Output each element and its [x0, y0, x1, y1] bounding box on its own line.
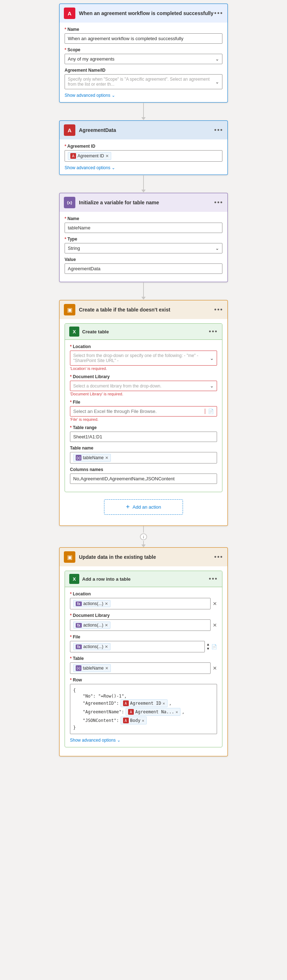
create-table-tablerange-input[interactable] [70, 431, 217, 442]
create-table-columns-group: Columns names [70, 467, 217, 484]
update-data-more-button[interactable]: ••• [214, 554, 223, 561]
add-row-file-token-close[interactable]: ✕ [105, 644, 108, 649]
create-table-icon: X [69, 326, 79, 337]
add-action-button[interactable]: + Add an action [104, 499, 183, 515]
create-table-title: Create table [82, 329, 209, 334]
trigger-body: * Name * Scope Any of my agreements ⌄ Ag… [59, 22, 228, 102]
json-comma-1: , [169, 701, 172, 706]
create-table-doclibrary-error: 'Document Library' is required. [70, 392, 217, 396]
add-row-table-token: {x} tableName ✕ [73, 664, 111, 672]
add-row-location-token-field[interactable]: fx actions(...) ✕ [70, 598, 210, 609]
condition-more-button[interactable]: ••• [214, 306, 223, 313]
agreement-id-token-field[interactable]: A Agreement ID ✕ [65, 150, 222, 162]
add-row-doclibrary-clear[interactable]: ✕ [213, 622, 217, 628]
trigger-scope-dropdown[interactable]: Any of my agreements ⌄ [65, 54, 222, 64]
trigger-agreement-dropdown[interactable]: Specify only when "Scope" is "A specific… [65, 74, 222, 89]
connector-4: i [140, 526, 147, 547]
create-table-location-error: 'Location' is required. [70, 366, 217, 371]
add-row-table-token-close[interactable]: ✕ [105, 666, 108, 671]
trigger-card: A When an agreement workflow is complete… [59, 3, 228, 102]
trigger-advanced-link[interactable]: Show advanced options ⌄ [65, 93, 222, 98]
add-row-table-field: {x} tableName ✕ ✕ [70, 662, 217, 674]
add-row-location-token-close[interactable]: ✕ [105, 601, 108, 606]
variable-header: {x} Initialize a variable for table name… [59, 193, 228, 212]
add-row-table-clear[interactable]: ✕ [213, 665, 217, 671]
trigger-icon: A [64, 8, 75, 19]
add-row-location-clear[interactable]: ✕ [213, 601, 217, 606]
add-row-inner-header: X Add a row into a table ••• [65, 571, 222, 587]
variable-name-input[interactable] [65, 223, 222, 233]
file-browse-icon[interactable]: 📄 [205, 409, 217, 414]
json-comma-2: , [182, 710, 184, 714]
add-row-doclibrary-token-close[interactable]: ✕ [105, 623, 108, 628]
add-row-file-token-label: actions(...) [83, 644, 103, 649]
connector-arrow-3 [141, 297, 146, 300]
create-table-columns-input[interactable] [70, 474, 217, 484]
json-line-agreementid: "AgreementID": A Agreement ID ✕ , [73, 699, 214, 707]
agreement-id-group: * Agreement ID A Agreement ID ✕ [65, 144, 222, 162]
body-row-token-close[interactable]: ✕ [142, 718, 145, 723]
agreement-data-icon: A [64, 124, 75, 136]
chevron-down-icon-3: ⌄ [112, 93, 115, 98]
add-row-table-token-label: tableName [83, 666, 104, 671]
create-table-file-group: * File 📄 'File' is required. [70, 400, 217, 422]
update-data-header: ▣ Update data in the existing table ••• [59, 547, 228, 566]
variable-value-group: Value [65, 257, 222, 274]
chevron-down-icon-2: ⌄ [215, 79, 219, 84]
file-stepper[interactable]: ▲ ▼ [206, 642, 210, 651]
add-row-doclibrary-token-label: actions(...) [83, 623, 103, 628]
add-row-more-button[interactable]: ••• [209, 575, 218, 583]
add-row-row-json[interactable]: { "No": "=Row()-1", "AgreementID": A Agr… [70, 684, 217, 734]
agreement-id-token-close[interactable]: ✕ [105, 154, 109, 158]
location-fx-icon: fx [76, 601, 82, 606]
variable-name-group: * Name [65, 216, 222, 233]
agreement-data-more-button[interactable]: ••• [214, 127, 223, 134]
add-action-label: Add an action [133, 504, 161, 510]
variable-more-button[interactable]: ••• [214, 199, 223, 207]
trigger-name-input[interactable] [65, 33, 222, 44]
trigger-more-button[interactable]: ••• [214, 10, 223, 17]
connector-line-4b [143, 541, 144, 544]
agreement-name-row-token-close[interactable]: ✕ [175, 710, 178, 714]
add-row-doclibrary-group: * Document Library fx actions(...) ✕ ✕ [70, 613, 217, 631]
create-table-file-label: * File [70, 400, 217, 405]
flow-container: A When an agreement workflow is complete… [3, 3, 284, 756]
add-row-advanced-link[interactable]: Show advanced options ⌄ [70, 738, 217, 743]
create-table-more-button[interactable]: ••• [209, 328, 218, 336]
json-line-jsoncontent: "JSONContent": A Body ✕ [73, 716, 214, 724]
connector-line-3 [143, 282, 144, 297]
create-table-tablename-token: {x} tableName ✕ [73, 454, 111, 462]
variable-body: * Name * Type String ⌄ Value [59, 212, 228, 282]
variable-type-dropdown[interactable]: String ⌄ [65, 243, 222, 253]
variable-title: Initialize a variable for table name [79, 200, 214, 205]
agreement-id-row-token-icon: A [123, 700, 129, 706]
add-row-location-field: fx actions(...) ✕ ✕ [70, 598, 217, 609]
agreement-name-row-token-label: Agreement Na... [135, 710, 174, 714]
add-row-location-token-label: actions(...) [83, 601, 103, 606]
create-table-location-dropdown[interactable]: Select from the drop-down or specify one… [70, 350, 217, 366]
variable-value-input[interactable] [65, 264, 222, 274]
chevron-down-icon-4: ⌄ [112, 165, 115, 170]
trigger-name-label: * Name [65, 27, 222, 32]
json-agreementid-key: "AgreementID": [78, 701, 119, 706]
add-row-doclibrary-token-field[interactable]: fx actions(...) ✕ [70, 619, 210, 631]
chevron-down-icon-6: ⌄ [210, 356, 214, 361]
add-row-doclibrary-label: * Document Library [70, 613, 217, 618]
variable-card: {x} Initialize a variable for table name… [59, 193, 228, 282]
trigger-scope-value: Any of my agreements [68, 56, 115, 62]
tablename-token-close[interactable]: ✕ [105, 456, 108, 460]
create-table-location-group: * Location Select from the drop-down or … [70, 344, 217, 371]
file-browse-icon-2[interactable]: 📄 [211, 644, 217, 649]
variable-icon: {x} [64, 197, 75, 208]
doclibrary-fx-icon: fx [76, 623, 82, 628]
add-row-location-label: * Location [70, 592, 217, 597]
agreement-data-advanced-link[interactable]: Show advanced options ⌄ [65, 165, 222, 170]
agreement-id-row-token-close[interactable]: ✕ [163, 701, 165, 706]
create-table-doclibrary-dropdown[interactable]: Select a document library from the drop-… [70, 381, 217, 391]
chevron-down-icon-5: ⌄ [215, 245, 219, 251]
create-table-tablename-field[interactable]: {x} tableName ✕ [70, 452, 217, 463]
add-row-file-token-field[interactable]: fx actions(...) ✕ [70, 641, 205, 652]
create-table-file-input[interactable] [70, 406, 205, 416]
json-line-close: } [73, 725, 214, 730]
add-row-table-token-field[interactable]: {x} tableName ✕ [70, 662, 210, 674]
